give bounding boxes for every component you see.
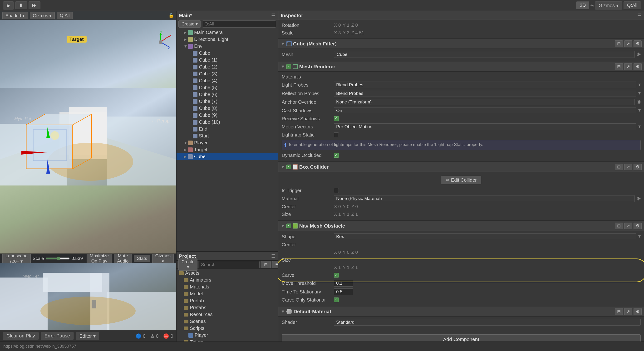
play-btn[interactable]: ▶ [3, 1, 14, 9]
mesh-filter-ref-btn[interactable]: ⊞ [615, 40, 623, 47]
inspector-menu-icon[interactable]: ☰ [637, 12, 642, 18]
hierarchy-item-cube-2[interactable]: Cube (2) [176, 63, 278, 70]
mesh-renderer-header[interactable]: ▼ ⬛ Mesh Renderer ⊞ ↗ ⚙ [278, 62, 644, 72]
nav-shape-dropdown[interactable]: Box [334, 233, 636, 240]
project-item-resources[interactable]: Resources [176, 311, 278, 318]
hierarchy-item-cube-7[interactable]: Cube (7) [176, 98, 278, 105]
project-item-assets[interactable]: Assets [176, 270, 278, 277]
scale-slider[interactable] [46, 257, 70, 260]
inspector-scroll[interactable]: Rotation X 0 Y 1 Z 0 Scale X 3 Y 3 [278, 20, 644, 342]
q-all-btn[interactable]: Q:All [624, 1, 641, 9]
project-item-materials[interactable]: Materials [176, 284, 278, 290]
clear-on-play-btn[interactable]: Clear on Play [3, 332, 38, 340]
hierarchy-item-cube-10[interactable]: Cube (10) [176, 119, 278, 126]
mesh-renderer-gear-btn[interactable]: ⚙ [634, 63, 642, 70]
pause-btn[interactable]: ⏸ [15, 1, 27, 9]
anchor-override-dropdown[interactable]: None (Transform) [334, 99, 635, 105]
game-canvas[interactable]: Myth Pet [0, 263, 176, 330]
2d-btn[interactable]: 2D [576, 1, 590, 9]
mesh-value[interactable]: Cube [334, 51, 635, 58]
scale-x-label: X 3 [334, 30, 341, 35]
hierarchy-item-cube-9[interactable]: Cube (9) [176, 112, 278, 119]
editor-btn[interactable]: Editor ▾ [76, 332, 99, 340]
hierarchy-item-cube[interactable]: Cube [176, 50, 278, 57]
carve-only-stationary-checkbox[interactable] [334, 298, 339, 302]
hierarchy-item-cube-8[interactable]: Cube (8) [176, 105, 278, 112]
edit-collider-btn[interactable]: ✏ Edit Collider [441, 176, 481, 184]
hierarchy-item-main-camera[interactable]: ▶Main Camera [176, 29, 278, 36]
project-item-scripts[interactable]: Scripts [176, 325, 278, 332]
box-collider-gear-btn[interactable]: ⚙ [634, 164, 642, 170]
hierarchy-search[interactable] [202, 20, 276, 27]
mesh-filter-pin-btn[interactable]: ↗ [624, 40, 632, 47]
project-item-model[interactable]: Model [176, 290, 278, 297]
hierarchy-item-cube-5[interactable]: Cube (5) [176, 84, 278, 91]
default-material-gear-btn[interactable]: ⚙ [634, 308, 642, 315]
mesh-selector-icon[interactable]: ◉ [637, 51, 641, 58]
nav-mesh-obstacle-enabled-checkbox[interactable] [286, 224, 291, 228]
project-item-txture[interactable]: Txture [176, 339, 278, 342]
dynamic-occluded-checkbox[interactable] [334, 153, 339, 158]
step-btn[interactable]: ⏭ [28, 1, 40, 9]
error-pause-btn[interactable]: Error Pause [41, 332, 74, 340]
project-item-scenes[interactable]: Scenes [176, 318, 278, 325]
move-threshold-value[interactable]: 0.1 [334, 280, 353, 287]
hierarchy-create-btn[interactable]: Create ▾ [178, 20, 201, 27]
shader-value[interactable]: Standard [334, 319, 641, 326]
stats-btn[interactable]: Stats [134, 255, 150, 262]
box-collider-enabled-checkbox[interactable] [286, 165, 291, 169]
hierarchy-item-start[interactable]: Start [176, 132, 278, 139]
hierarchy-item-target[interactable]: ▶Target [176, 146, 278, 153]
time-to-stationary-value[interactable]: 0.5 [334, 289, 353, 295]
box-collider-ref-btn[interactable]: ⊞ [615, 164, 623, 170]
default-material-ref-btn[interactable]: ⊞ [615, 308, 623, 315]
carve-checkbox[interactable] [334, 273, 339, 278]
default-material-header[interactable]: ▼ Default-Material ⊞ ↗ ⚙ [278, 307, 644, 317]
project-item-player-script[interactable]: Player [176, 332, 278, 339]
project-menu-icon[interactable]: ☰ [271, 253, 276, 259]
scene-gizmos-btn[interactable]: Gizmos ▾ [30, 12, 55, 19]
shaded-dropdown[interactable]: Shaded ▾ [2, 12, 28, 19]
mesh-renderer-pin-btn[interactable]: ↗ [624, 63, 632, 70]
hierarchy-menu-icon[interactable]: ☰ [271, 12, 276, 18]
nav-mesh-obstacle-pin-btn[interactable]: ↗ [624, 223, 632, 229]
mesh-filter-header[interactable]: ▼ ⬛ Cube (Mesh Filter) ⊞ ↗ ⚙ [278, 39, 644, 49]
gizmos-btn[interactable]: Gizmos ▾ [595, 1, 622, 9]
project-search[interactable] [199, 261, 260, 268]
receive-shadows-checkbox[interactable] [334, 116, 339, 121]
scene-view[interactable]: Shaded ▾ Gizmos ▾ Q:All 🔒 [0, 11, 176, 254]
scene-q-all-btn[interactable]: Q:All [56, 12, 72, 19]
hierarchy-item-directional-light[interactable]: ▶Directional Light [176, 36, 278, 43]
box-collider-header[interactable]: ▼ ⬜ Box Collider ⊞ ↗ ⚙ [278, 162, 644, 172]
light-probes-dropdown[interactable]: Blend Probes [334, 82, 636, 88]
game-view[interactable]: Landscape (20+ ▾ Scale 0.539 Maximize On… [0, 254, 176, 330]
box-collider-pin-btn[interactable]: ↗ [624, 164, 632, 170]
project-item-prefabs[interactable]: Prefabs [176, 304, 278, 311]
motion-vectors-dropdown[interactable]: Per Object Motion [334, 123, 636, 130]
hierarchy-item-cube-6[interactable]: Cube (6) [176, 91, 278, 98]
hierarchy-item-end[interactable]: End [176, 126, 278, 132]
mesh-renderer-enabled-checkbox[interactable] [286, 64, 291, 69]
hierarchy-item-cube-4[interactable]: Cube (4) [176, 77, 278, 84]
default-material-pin-btn[interactable]: ↗ [624, 308, 632, 315]
add-component-btn[interactable]: Add Component [282, 334, 641, 342]
scene-canvas[interactable]: Myth Pet ← Persp Target Z [0, 20, 176, 254]
project-item-animators[interactable]: Animators [176, 277, 278, 284]
collider-material-dropdown[interactable]: None (Physic Material) [334, 195, 635, 202]
hierarchy-item-cube-selected[interactable]: ▶Cube [176, 153, 278, 160]
cast-shadows-dropdown[interactable]: On [334, 107, 636, 114]
hierarchy-item-cube-3[interactable]: Cube (3) [176, 70, 278, 77]
reflection-probes-dropdown[interactable]: Blend Probes [334, 90, 636, 97]
lightmap-static-checkbox[interactable] [334, 132, 339, 137]
hierarchy-item-cube-1[interactable]: Cube (1) [176, 57, 278, 63]
mesh-filter-gear-btn[interactable]: ⚙ [634, 40, 642, 47]
hierarchy-item-env[interactable]: ▼Env [176, 43, 278, 50]
nav-mesh-obstacle-header[interactable]: ▼ 🟩 Nav Mesh Obstacle ⊞ ↗ ⚙ [278, 221, 644, 231]
mesh-renderer-ref-btn[interactable]: ⊞ [615, 63, 623, 70]
is-trigger-checkbox[interactable] [334, 188, 339, 193]
project-item-prefab[interactable]: Prefab [176, 297, 278, 304]
hierarchy-item-player[interactable]: ▼Player [176, 139, 278, 146]
project-icon-btn1[interactable]: ⊞ [261, 261, 271, 268]
nav-mesh-obstacle-gear-btn[interactable]: ⚙ [634, 223, 642, 229]
nav-mesh-obstacle-ref-btn[interactable]: ⊞ [615, 223, 623, 229]
